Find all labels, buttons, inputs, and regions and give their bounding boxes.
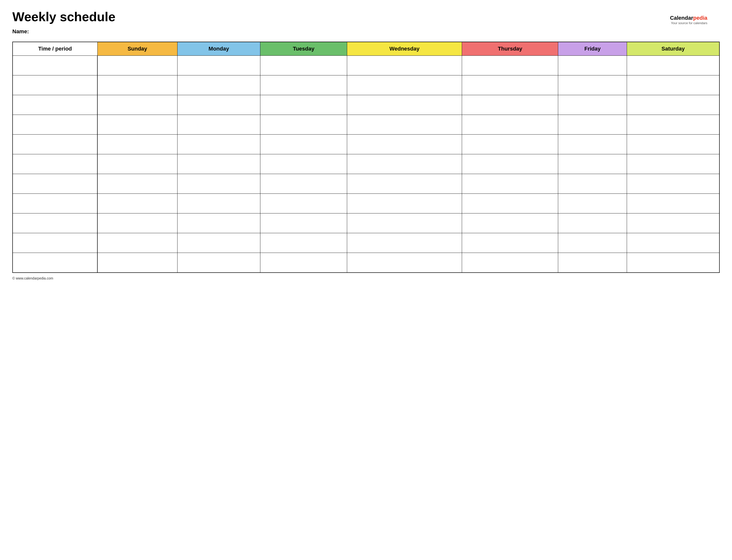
day-cell[interactable]	[627, 154, 719, 174]
day-cell[interactable]	[347, 213, 462, 233]
day-cell[interactable]	[97, 174, 177, 194]
day-cell[interactable]	[347, 95, 462, 115]
day-cell[interactable]	[462, 135, 558, 154]
time-cell[interactable]	[13, 115, 97, 135]
logo-pedia-text: pedia	[693, 15, 707, 21]
table-row	[13, 115, 719, 135]
day-cell[interactable]	[97, 95, 177, 115]
header-sunday: Sunday	[97, 42, 177, 56]
day-cell[interactable]	[627, 174, 719, 194]
day-cell[interactable]	[558, 174, 627, 194]
day-cell[interactable]	[347, 75, 462, 95]
time-cell[interactable]	[13, 154, 97, 174]
day-cell[interactable]	[260, 174, 347, 194]
day-cell[interactable]	[462, 154, 558, 174]
day-cell[interactable]	[97, 75, 177, 95]
day-cell[interactable]	[627, 233, 719, 253]
day-cell[interactable]	[260, 115, 347, 135]
day-cell[interactable]	[260, 135, 347, 154]
day-cell[interactable]	[97, 253, 177, 273]
day-cell[interactable]	[462, 233, 558, 253]
day-cell[interactable]	[347, 233, 462, 253]
day-cell[interactable]	[260, 75, 347, 95]
table-row	[13, 135, 719, 154]
time-cell[interactable]	[13, 194, 97, 213]
day-cell[interactable]	[462, 75, 558, 95]
day-cell[interactable]	[177, 135, 260, 154]
day-cell[interactable]	[558, 95, 627, 115]
table-row	[13, 194, 719, 213]
header-tuesday: Tuesday	[260, 42, 347, 56]
day-cell[interactable]	[177, 253, 260, 273]
day-cell[interactable]	[347, 253, 462, 273]
day-cell[interactable]	[177, 95, 260, 115]
day-cell[interactable]	[97, 154, 177, 174]
day-cell[interactable]	[347, 115, 462, 135]
day-cell[interactable]	[177, 233, 260, 253]
day-cell[interactable]	[177, 75, 260, 95]
day-cell[interactable]	[347, 135, 462, 154]
day-cell[interactable]	[177, 174, 260, 194]
day-cell[interactable]	[177, 154, 260, 174]
time-cell[interactable]	[13, 95, 97, 115]
day-cell[interactable]	[177, 115, 260, 135]
day-cell[interactable]	[177, 213, 260, 233]
day-cell[interactable]	[97, 194, 177, 213]
day-cell[interactable]	[627, 95, 719, 115]
page-title: Weekly schedule	[12, 10, 720, 24]
day-cell[interactable]	[627, 253, 719, 273]
day-cell[interactable]	[627, 135, 719, 154]
table-row	[13, 56, 719, 75]
table-row	[13, 154, 719, 174]
day-cell[interactable]	[97, 115, 177, 135]
day-cell[interactable]	[558, 253, 627, 273]
day-cell[interactable]	[462, 213, 558, 233]
day-cell[interactable]	[177, 194, 260, 213]
logo-tagline: Your source for calendars	[670, 21, 707, 25]
day-cell[interactable]	[558, 56, 627, 75]
time-cell[interactable]	[13, 135, 97, 154]
day-cell[interactable]	[558, 154, 627, 174]
day-cell[interactable]	[177, 56, 260, 75]
day-cell[interactable]	[558, 233, 627, 253]
day-cell[interactable]	[260, 194, 347, 213]
day-cell[interactable]	[627, 115, 719, 135]
day-cell[interactable]	[627, 75, 719, 95]
day-cell[interactable]	[260, 213, 347, 233]
day-cell[interactable]	[627, 194, 719, 213]
day-cell[interactable]	[260, 95, 347, 115]
day-cell[interactable]	[260, 233, 347, 253]
day-cell[interactable]	[260, 154, 347, 174]
day-cell[interactable]	[558, 213, 627, 233]
day-cell[interactable]	[462, 194, 558, 213]
day-cell[interactable]	[260, 253, 347, 273]
day-cell[interactable]	[97, 56, 177, 75]
day-cell[interactable]	[558, 135, 627, 154]
day-cell[interactable]	[627, 56, 719, 75]
time-cell[interactable]	[13, 75, 97, 95]
time-cell[interactable]	[13, 174, 97, 194]
day-cell[interactable]	[462, 253, 558, 273]
day-cell[interactable]	[97, 213, 177, 233]
day-cell[interactable]	[97, 233, 177, 253]
day-cell[interactable]	[462, 95, 558, 115]
day-cell[interactable]	[462, 56, 558, 75]
time-cell[interactable]	[13, 253, 97, 273]
day-cell[interactable]	[627, 213, 719, 233]
day-cell[interactable]	[462, 115, 558, 135]
day-cell[interactable]	[558, 75, 627, 95]
logo-area: Calendarpedia Your source for calendars	[670, 15, 707, 25]
time-cell[interactable]	[13, 56, 97, 75]
day-cell[interactable]	[97, 135, 177, 154]
header-time-period: Time / period	[13, 42, 97, 56]
day-cell[interactable]	[347, 174, 462, 194]
time-cell[interactable]	[13, 213, 97, 233]
day-cell[interactable]	[462, 174, 558, 194]
day-cell[interactable]	[260, 56, 347, 75]
time-cell[interactable]	[13, 233, 97, 253]
day-cell[interactable]	[558, 194, 627, 213]
day-cell[interactable]	[558, 115, 627, 135]
day-cell[interactable]	[347, 194, 462, 213]
day-cell[interactable]	[347, 154, 462, 174]
day-cell[interactable]	[347, 56, 462, 75]
